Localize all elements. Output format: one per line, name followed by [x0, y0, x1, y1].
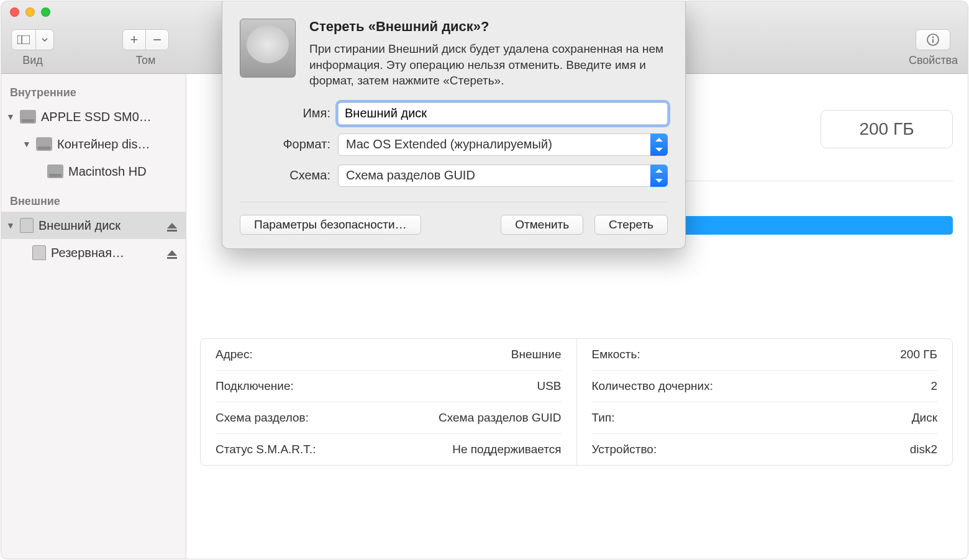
erase-confirm-button[interactable]: Стереть: [594, 215, 668, 235]
eject-icon[interactable]: [167, 250, 177, 256]
sidebar-header-internal: Внутренние: [1, 83, 186, 103]
info-row-connection: Подключение:USB: [216, 371, 562, 402]
sidebar-item-backup[interactable]: Резервная…: [1, 239, 186, 266]
external-volume-icon: [32, 245, 46, 260]
minus-icon: −: [153, 31, 162, 48]
volume-label: Том: [136, 54, 156, 67]
view-dropdown-button[interactable]: [35, 29, 54, 50]
info-panel: Адрес:Внешние Подключение:USB Схема разд…: [200, 338, 953, 466]
sidebar-item-label: APPLE SSD SM0…: [41, 110, 152, 124]
info-row-capacity: Емкость:200 ГБ: [592, 339, 938, 371]
info-row-address: Адрес:Внешние: [216, 339, 562, 371]
info-row-type: Тип:Диск: [592, 402, 938, 434]
cancel-button[interactable]: Отменить: [501, 215, 583, 235]
sidebar-icon: [17, 35, 30, 44]
add-volume-button[interactable]: +: [122, 29, 146, 50]
volume-icon: [47, 165, 63, 178]
select-caret-icon: [650, 133, 668, 156]
svg-point-8: [932, 37, 934, 38]
name-label: Имя:: [240, 106, 338, 120]
info-row-scheme: Схема разделов:Схема разделов GUID: [216, 402, 562, 434]
sidebar-header-external: Внешние: [1, 191, 186, 212]
select-caret-icon: [650, 165, 668, 187]
view-sidebar-button[interactable]: [11, 29, 36, 50]
hard-drive-icon: [240, 19, 296, 78]
disclosure-triangle-icon[interactable]: ▼: [22, 139, 31, 149]
info-row-smart: Статус S.M.A.R.T.:Не поддерживается: [216, 434, 562, 465]
sidebar-item-external-disk[interactable]: ▼ Внешний диск: [1, 212, 186, 239]
format-label: Формат:: [240, 137, 338, 151]
remove-volume-button[interactable]: −: [145, 29, 169, 50]
sidebar-item-macintosh-hd[interactable]: Macintosh HD: [1, 158, 186, 185]
sheet-description: При стирании Внешний диск будет удалена …: [309, 41, 668, 89]
sidebar-item-label: Macintosh HD: [68, 165, 147, 179]
security-options-button[interactable]: Параметры безопасности…: [240, 215, 421, 235]
format-select[interactable]: Mac OS Extended (журналируемый): [338, 133, 668, 156]
app-window: Дисковая утилита Вид + − Том: [1, 1, 968, 559]
svg-rect-0: [17, 35, 30, 44]
internal-disk-icon: [20, 110, 36, 124]
info-row-children: Количество дочерних:2: [592, 371, 938, 402]
sidebar: Внутренние ▼ APPLE SSD SM0… ▼ Контейнер …: [1, 74, 186, 559]
disclosure-triangle-icon[interactable]: ▼: [6, 220, 15, 230]
eject-icon[interactable]: [167, 223, 177, 228]
scheme-label: Схема:: [240, 168, 338, 183]
info-row-device: Устройство:disk2: [592, 434, 938, 465]
external-disk-icon: [20, 218, 34, 233]
sheet-title: Стереть «Внешний диск»?: [309, 19, 668, 35]
disclosure-triangle-icon[interactable]: ▼: [6, 112, 15, 122]
scheme-select[interactable]: Схема разделов GUID: [338, 165, 668, 187]
sidebar-item-label: Резервная…: [51, 246, 124, 260]
erase-sheet: Стереть «Внешний диск»? При стирании Вне…: [222, 1, 686, 249]
info-icon: [926, 33, 940, 47]
sidebar-item-container[interactable]: ▼ Контейнер dis…: [1, 130, 186, 158]
container-disk-icon: [36, 137, 52, 151]
info-button[interactable]: [916, 29, 950, 50]
view-label: Вид: [22, 54, 43, 67]
sidebar-item-label: Контейнер dis…: [57, 137, 150, 151]
capacity-badge: 200 ГБ: [821, 110, 953, 148]
chevron-down-icon: [42, 38, 48, 42]
sidebar-item-apple-ssd[interactable]: ▼ APPLE SSD SM0…: [1, 103, 186, 130]
name-input[interactable]: [338, 102, 668, 125]
sidebar-item-label: Внешний диск: [39, 219, 121, 233]
info-label: Свойства: [909, 54, 958, 67]
plus-icon: +: [130, 32, 139, 48]
